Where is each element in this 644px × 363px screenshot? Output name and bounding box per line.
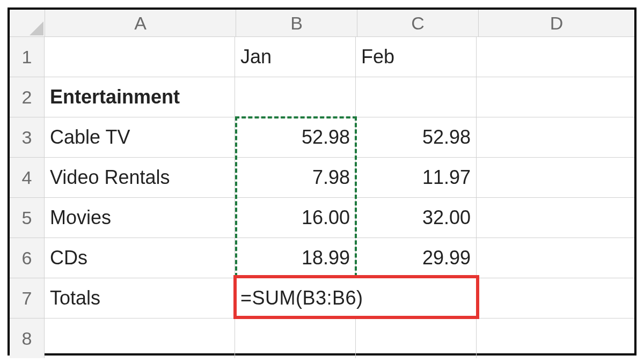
cell-C8[interactable] xyxy=(356,318,477,358)
cell-C6[interactable]: 29.99 xyxy=(356,238,477,278)
cell-B8[interactable] xyxy=(235,318,356,358)
grid-row-3: Cable TV 52.98 52.98 xyxy=(45,117,634,158)
spreadsheet-frame: A B C D 1 2 3 4 5 6 7 8 Jan Feb xyxy=(8,8,636,355)
row-header-4[interactable]: 4 xyxy=(10,158,45,198)
cell-D4[interactable] xyxy=(477,158,634,197)
select-all-triangle-icon xyxy=(30,21,43,35)
cell-B6[interactable]: 18.99 xyxy=(235,238,356,278)
cell-C5[interactable]: 32.00 xyxy=(356,198,477,238)
row-headers: 1 2 3 4 5 6 7 8 xyxy=(10,37,45,358)
cell-B7-formula[interactable]: =SUM(B3:B6) xyxy=(235,278,477,318)
cell-B2[interactable] xyxy=(235,77,356,117)
grid-row-2: Entertainment xyxy=(45,77,634,117)
cell-B3[interactable]: 52.98 xyxy=(235,117,356,157)
cell-D3[interactable] xyxy=(477,117,634,157)
row-header-2[interactable]: 2 xyxy=(10,77,45,117)
col-header-A[interactable]: A xyxy=(45,10,236,36)
grid-row-4: Video Rentals 7.98 11.97 xyxy=(45,158,634,198)
grid-row-6: CDs 18.99 29.99 xyxy=(45,238,634,278)
grid-row-8 xyxy=(45,318,634,358)
cell-D2[interactable] xyxy=(477,77,634,117)
cell-A7-totals-label[interactable]: Totals xyxy=(45,278,235,318)
cell-grid: Jan Feb Entertainment Cable TV 52.98 52.… xyxy=(45,37,634,358)
cell-A1[interactable] xyxy=(45,37,235,77)
col-header-B[interactable]: B xyxy=(236,10,357,36)
cell-B1[interactable]: Jan xyxy=(235,37,356,77)
cell-D6[interactable] xyxy=(477,238,634,278)
col-header-C[interactable]: C xyxy=(357,10,479,36)
cell-D5[interactable] xyxy=(477,198,634,238)
cell-D8[interactable] xyxy=(477,318,634,358)
cell-A4[interactable]: Video Rentals xyxy=(45,158,235,197)
cell-C2[interactable] xyxy=(356,77,477,117)
grid-row-5: Movies 16.00 32.00 xyxy=(45,198,634,238)
row-header-7[interactable]: 7 xyxy=(10,278,45,318)
column-headers: A B C D xyxy=(10,10,634,37)
row-header-6[interactable]: 6 xyxy=(10,238,45,278)
row-header-8[interactable]: 8 xyxy=(10,318,45,358)
col-header-D[interactable]: D xyxy=(479,10,634,36)
cell-A5[interactable]: Movies xyxy=(45,198,235,238)
cell-A3[interactable]: Cable TV xyxy=(45,117,235,157)
grid-row-7: Totals =SUM(B3:B6) xyxy=(45,278,634,318)
row-header-5[interactable]: 5 xyxy=(10,198,45,238)
row-header-1[interactable]: 1 xyxy=(10,37,45,77)
row-header-3[interactable]: 3 xyxy=(10,117,45,158)
cell-A2-section-title[interactable]: Entertainment xyxy=(45,77,235,117)
cell-C4[interactable]: 11.97 xyxy=(356,158,477,197)
cell-D7[interactable] xyxy=(477,278,634,318)
grid-row-1: Jan Feb xyxy=(45,37,634,77)
cell-B4[interactable]: 7.98 xyxy=(235,158,356,197)
select-all-corner[interactable] xyxy=(10,10,45,36)
cell-A8[interactable] xyxy=(45,318,235,358)
cell-C3[interactable]: 52.98 xyxy=(356,117,477,157)
cell-A6[interactable]: CDs xyxy=(45,238,235,278)
cell-D1[interactable] xyxy=(477,37,634,77)
cell-B5[interactable]: 16.00 xyxy=(235,198,356,238)
cell-C1[interactable]: Feb xyxy=(356,37,477,77)
svg-marker-0 xyxy=(30,21,43,35)
